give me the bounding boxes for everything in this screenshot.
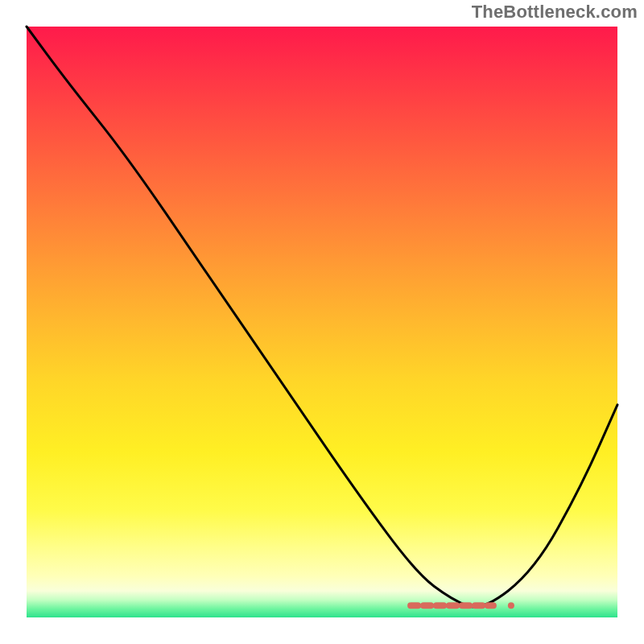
watermark-text: TheBottleneck.com — [472, 2, 638, 23]
chart-svg — [27, 27, 617, 617]
bottleneck-curve — [27, 27, 617, 607]
optimal-marker-dot — [508, 602, 514, 609]
plot-area — [27, 27, 617, 617]
chart-container: TheBottleneck.com — [0, 0, 644, 644]
